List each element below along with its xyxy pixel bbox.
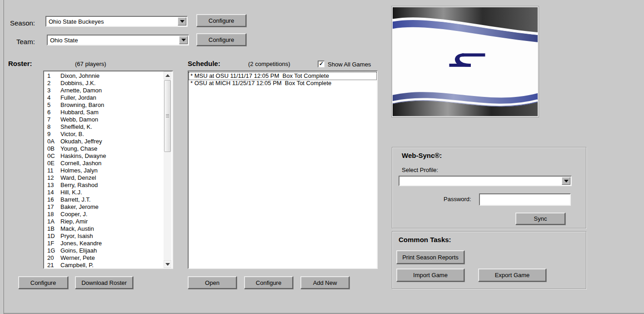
player-number: 0C (44, 152, 60, 160)
player-number: 18 (44, 211, 60, 218)
player-number: 9 (44, 131, 60, 138)
roster-row[interactable]: 0C Haskins, Dwayne (44, 152, 172, 160)
roster-row[interactable]: 0B Young, Chase (44, 145, 172, 152)
player-name: Goins, Elijaah (60, 247, 172, 254)
triangle-up-icon (165, 74, 170, 77)
team-dropdown[interactable]: Ohio State (47, 35, 189, 46)
chevron-down-icon (180, 20, 185, 23)
roster-row[interactable]: 21 Campbell, P. (44, 262, 172, 269)
player-number: 14 (44, 189, 60, 196)
player-name: Cooper, J. (60, 211, 172, 218)
season-dropdown[interactable]: Ohio State Buckeyes (45, 16, 188, 27)
player-name: Mack, Austin (60, 225, 172, 233)
download-roster-button[interactable]: Download Roster (75, 276, 133, 289)
game-text: * OSU at MICH 11/25/17 12:05 PM Box Tot … (190, 80, 331, 86)
scroll-up-button[interactable] (164, 71, 171, 79)
roster-scrollbar[interactable] (164, 71, 171, 268)
player-number: 12 (44, 174, 60, 182)
roster-row[interactable]: 5 Browning, Baron (44, 101, 172, 109)
season-dropdown-value: Ohio State Buckeyes (46, 18, 177, 25)
player-name: Dixon, Johnnie (60, 72, 172, 80)
player-name: Baker, Jerome (60, 203, 172, 211)
add-new-game-button[interactable]: Add New (300, 276, 349, 289)
profile-dropdown[interactable] (399, 176, 572, 186)
roster-list[interactable]: 1 Dixon, Johnnie 2 Dobbins, J.K. 3 Arnet… (43, 71, 173, 269)
scroll-down-button[interactable] (164, 260, 171, 268)
sync-button[interactable]: Sync (515, 213, 565, 225)
roster-row[interactable]: 12 Ward, Denzel (44, 174, 172, 182)
roster-row[interactable]: 18 Cooper, J. (44, 211, 172, 218)
roster-row[interactable]: 13 Berry, Rashod (44, 182, 172, 189)
roster-configure-button[interactable]: Configure (18, 276, 68, 289)
roster-row[interactable]: 1B Mack, Austin (44, 225, 172, 233)
player-number: 13 (44, 182, 60, 189)
roster-row[interactable]: 14 Hill, K.J. (44, 189, 172, 196)
roster-row[interactable]: 2 Dobbins, J.K. (44, 80, 172, 87)
schedule-list[interactable]: * MSU at OSU 11/11/17 12:05 PM Box Tot C… (188, 71, 378, 269)
show-all-games-checkbox[interactable]: ✓ (318, 61, 324, 67)
roster-row[interactable]: 17 Baker, Jerome (44, 203, 172, 211)
player-number: 16 (44, 196, 60, 203)
statcrew-logo-image (393, 7, 538, 116)
player-number: 3 (44, 87, 60, 94)
select-profile-label: Select Profile: (402, 167, 438, 173)
schedule-row[interactable]: * MSU at OSU 11/11/17 12:05 PM Box Tot C… (189, 72, 376, 80)
player-name: Haskins, Dwayne (60, 152, 172, 160)
player-name: Holmes, Jalyn (60, 167, 172, 174)
roster-row[interactable]: 1F Jones, Keandre (44, 240, 172, 247)
roster-row[interactable]: 1G Goins, Elijaah (44, 247, 172, 254)
team-dropdown-value: Ohio State (48, 37, 179, 44)
season-configure-button[interactable]: Configure (196, 14, 246, 27)
websync-title: Web-Sync®: (402, 152, 442, 159)
show-all-games-label: Show All Games (328, 61, 371, 68)
schedule-configure-button[interactable]: Configure (244, 276, 293, 289)
team-configure-button[interactable]: Configure (196, 33, 246, 46)
season-label: Season: (10, 19, 35, 27)
player-number: 21 (44, 262, 60, 269)
player-number: 1F (44, 240, 60, 247)
player-name: Victor, B. (60, 131, 172, 138)
team-label: Team: (16, 38, 35, 46)
scrollbar-thumb[interactable] (164, 80, 171, 152)
game-text: * MSU at OSU 11/11/17 12:05 PM Box Tot C… (190, 72, 329, 79)
roster-row[interactable]: 8 Sheffield, K. (44, 123, 172, 131)
player-name: Sheffield, K. (60, 123, 172, 131)
player-name: Hubbard, Sam (60, 109, 172, 116)
roster-row[interactable]: 7 Webb, Damon (44, 116, 172, 123)
triangle-down-icon (165, 263, 170, 266)
roster-row[interactable]: 20 Werner, Pete (44, 254, 172, 262)
window-bottom-border (4, 313, 644, 314)
print-season-reports-button[interactable]: Print Season Reports (396, 250, 464, 264)
roster-row[interactable]: 9 Victor, B. (44, 131, 172, 138)
schedule-label: Schedule: (188, 60, 220, 67)
roster-row[interactable]: 6 Hubbard, Sam (44, 109, 172, 116)
player-number: 11 (44, 167, 60, 174)
window-left-border-highlight (4, 0, 5, 314)
player-number: 4 (44, 94, 60, 101)
roster-row[interactable]: 0E Cornell, Jashon (44, 160, 172, 167)
schedule-row[interactable]: * OSU at MICH 11/25/17 12:05 PM Box Tot … (189, 80, 376, 87)
roster-row[interactable]: 1A Riep, Amir (44, 218, 172, 225)
roster-row[interactable]: 16 Barrett, J.T. (44, 196, 172, 203)
player-number: 20 (44, 254, 60, 262)
roster-row[interactable]: 4 Fuller, Jordan (44, 94, 172, 101)
player-name: Campbell, P. (60, 262, 172, 269)
import-game-button[interactable]: Import Game (396, 268, 464, 282)
player-name: Arnette, Damon (60, 87, 172, 94)
player-name: Berry, Rashod (60, 182, 172, 189)
password-field[interactable] (479, 193, 571, 206)
roster-row[interactable]: 0A Okudah, Jeffrey (44, 138, 172, 145)
export-game-button[interactable]: Export Game (478, 268, 546, 282)
open-game-button[interactable]: Open (188, 276, 237, 289)
team-dropdown-button[interactable] (179, 36, 188, 44)
roster-row[interactable]: 1 Dixon, Johnnie (44, 72, 172, 80)
season-dropdown-button[interactable] (178, 17, 186, 25)
player-number: 1D (44, 233, 60, 240)
roster-row[interactable]: 1D Pryor, Isaish (44, 233, 172, 240)
roster-row[interactable]: 11 Holmes, Jalyn (44, 167, 172, 174)
profile-dropdown-button[interactable] (562, 177, 570, 185)
roster-row[interactable]: 3 Arnette, Damon (44, 87, 172, 94)
player-name: Riep, Amir (60, 218, 172, 225)
roster-label: Roster: (8, 60, 32, 67)
schedule-count: (2 competitions) (248, 61, 290, 67)
